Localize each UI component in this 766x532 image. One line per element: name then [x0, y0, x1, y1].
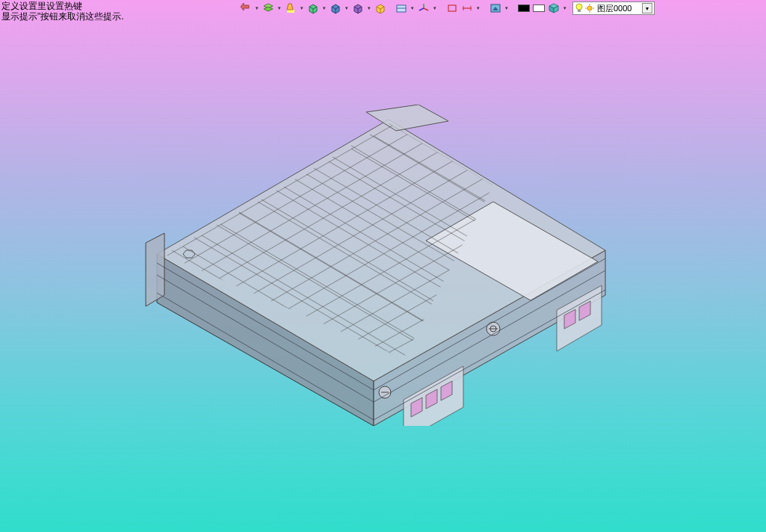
axis-icon	[418, 2, 430, 14]
layer-dropdown-button[interactable]: ▾	[642, 3, 652, 13]
box-purple-button[interactable]	[351, 1, 365, 15]
box-blue-dropdown[interactable]: ▾	[344, 1, 350, 15]
hint-overlay: 定义设置里设置热键 显示提示"按钮来取消这些提示.	[0, 0, 126, 22]
render-style-icon	[489, 2, 501, 14]
swatch-black-button[interactable]	[517, 1, 531, 15]
measure-dropdown[interactable]: ▾	[475, 1, 481, 15]
undo-button[interactable]	[239, 1, 253, 15]
viewport-3d[interactable]: 定义设置里设置热键 显示提示"按钮来取消这些提示. ▾ ▾ ▾ ▾ ▾	[0, 0, 766, 532]
svg-line-23	[419, 8, 424, 10]
lightbulb-icon	[575, 3, 584, 13]
model-svg	[142, 105, 620, 426]
measure-icon	[461, 2, 473, 14]
sun-icon	[585, 4, 594, 13]
hint-line-1: 定义设置里设置热键	[1, 1, 124, 11]
render-style-dropdown[interactable]: ▾	[504, 1, 510, 15]
svg-rect-24	[448, 5, 456, 11]
section-button[interactable]	[395, 1, 408, 15]
layer-selector[interactable]: 图层0000 ▾	[572, 1, 655, 15]
hint-line-2: 显示提示"按钮来取消这些提示.	[1, 11, 124, 22]
swatch-black	[518, 4, 530, 12]
box-blue-icon	[330, 2, 342, 14]
svg-line-22	[424, 8, 428, 10]
axis-button[interactable]	[417, 1, 430, 15]
material-icon	[548, 2, 560, 14]
layer-name: 图层0000	[596, 3, 642, 14]
layers-icon	[262, 2, 274, 14]
svg-rect-34	[578, 10, 581, 12]
svg-point-35	[587, 6, 592, 10]
section-icon	[395, 2, 407, 14]
svg-marker-1	[264, 7, 273, 11]
cad-model[interactable]	[105, 60, 658, 478]
undo-dropdown[interactable]: ▾	[254, 1, 260, 15]
box-purple-icon	[352, 2, 364, 14]
box-green-button[interactable]	[306, 1, 320, 15]
rectangle-button[interactable]	[445, 1, 459, 15]
svg-rect-2	[287, 10, 294, 13]
undo-icon	[240, 2, 252, 14]
highlighter-button[interactable]	[284, 1, 297, 15]
swatch-white	[533, 4, 545, 12]
axis-dropdown[interactable]: ▾	[432, 1, 438, 15]
box-green-dropdown[interactable]: ▾	[321, 1, 327, 15]
render-style-button[interactable]	[489, 1, 502, 15]
rectangle-icon	[446, 2, 458, 14]
material-dropdown[interactable]: ▾	[562, 1, 568, 15]
iso-cube-button[interactable]	[374, 1, 387, 15]
box-purple-dropdown[interactable]: ▾	[366, 1, 372, 15]
measure-button[interactable]	[460, 1, 474, 15]
top-toolbar: ▾ ▾ ▾ ▾ ▾ ▾ ▾	[239, 1, 655, 15]
box-blue-button[interactable]	[329, 1, 342, 15]
svg-point-33	[576, 4, 582, 10]
swatch-white-button[interactable]	[532, 1, 546, 15]
highlighter-dropdown[interactable]: ▾	[299, 1, 305, 15]
box-green-icon	[307, 2, 319, 14]
material-button[interactable]	[547, 1, 560, 15]
layers-dropdown[interactable]: ▾	[277, 1, 282, 15]
iso-cube-icon	[374, 2, 386, 14]
section-dropdown[interactable]: ▾	[410, 1, 416, 15]
layers-button[interactable]	[262, 1, 275, 15]
highlighter-icon	[285, 2, 297, 14]
